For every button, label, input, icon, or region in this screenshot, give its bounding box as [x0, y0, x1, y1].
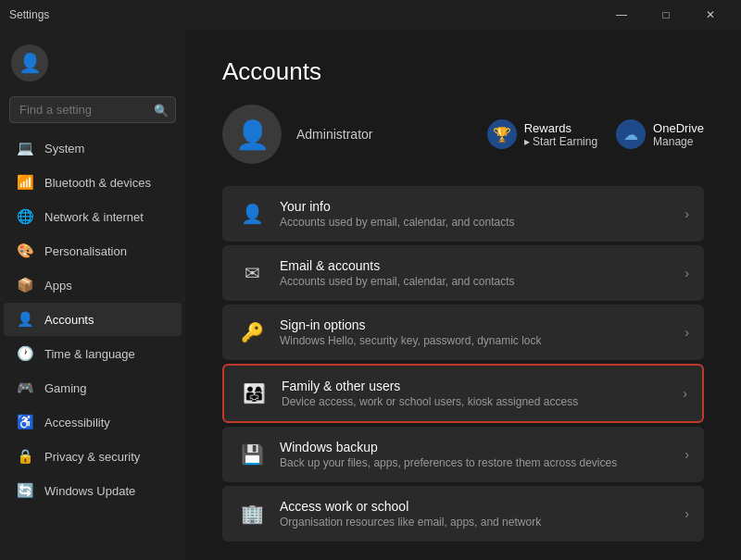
header-badges: 🏆 Rewards ▸ Start Earning ☁ OneDrive Man…	[487, 119, 704, 149]
onedrive-icon: ☁	[616, 119, 646, 149]
family-text: Family & other users Device access, work…	[282, 379, 670, 408]
avatar: 👤	[11, 44, 48, 81]
sidebar-item-accessibility[interactable]: ♿ Accessibility	[4, 405, 182, 439]
family-icon: 👨‍👩‍👧	[239, 379, 269, 408]
sidebar-item-network[interactable]: 🌐 Network & internet	[4, 200, 182, 233]
sidebar-item-privacy[interactable]: 🔒 Privacy & security	[4, 440, 182, 473]
sidebar-label-privacy: Privacy & security	[44, 450, 140, 464]
apps-icon: 📦	[17, 277, 33, 293]
email-accounts-icon: ✉	[237, 258, 267, 288]
rewards-subtitle: ▸ Start Earning	[524, 135, 597, 148]
sidebar-avatar: 👤	[0, 30, 185, 96]
badge-rewards[interactable]: 🏆 Rewards ▸ Start Earning	[487, 119, 597, 149]
settings-item-email-accounts[interactable]: ✉ Email & accounts Accounts used by emai…	[222, 245, 704, 301]
minimize-button[interactable]: —	[600, 0, 643, 30]
privacy-icon: 🔒	[17, 448, 33, 465]
sidebar-label-update: Windows Update	[44, 484, 135, 498]
titlebar-title: Settings	[9, 8, 600, 21]
onedrive-text: OneDrive Manage	[653, 121, 704, 148]
sign-in-icon: 🔑	[237, 317, 267, 347]
work-school-text: Access work or school Organisation resou…	[280, 499, 672, 529]
work-school-chevron: ›	[684, 506, 689, 521]
your-info-text: Your info Accounts used by email, calend…	[280, 199, 672, 229]
accessibility-icon: ♿	[17, 414, 33, 430]
sidebar-label-personalisation: Personalisation	[44, 244, 127, 258]
bluetooth-icon: 📶	[17, 174, 33, 191]
sidebar-item-time[interactable]: 🕐 Time & language	[4, 337, 182, 370]
your-info-chevron: ›	[684, 206, 689, 221]
backup-subtitle: Back up your files, apps, preferences to…	[280, 456, 672, 469]
network-icon: 🌐	[17, 208, 33, 225]
search-box: 🔍	[9, 96, 176, 123]
email-accounts-title: Email & accounts	[280, 258, 672, 273]
family-chevron: ›	[683, 386, 687, 401]
sidebar-item-update[interactable]: 🔄 Windows Update	[4, 474, 182, 507]
sidebar-item-gaming[interactable]: 🎮 Gaming	[4, 371, 182, 404]
work-school-subtitle: Organisation resources like email, apps,…	[280, 516, 672, 529]
main-content: Accounts 👤 Administrator 🏆 Rewards ▸ Sta…	[185, 30, 741, 560]
user-name: Administrator	[296, 127, 372, 142]
your-info-icon: 👤	[237, 199, 267, 229]
personalisation-icon: 🎨	[17, 243, 33, 259]
family-subtitle: Device access, work or school users, kio…	[282, 395, 670, 408]
settings-item-backup[interactable]: 💾 Windows backup Back up your files, app…	[222, 427, 704, 482]
sidebar: 👤 🔍 💻 System 📶 Bluetooth & devices 🌐 Net…	[0, 30, 185, 560]
sidebar-label-apps: Apps	[44, 279, 72, 292]
your-info-subtitle: Accounts used by email, calendar, and co…	[280, 216, 672, 229]
backup-icon: 💾	[237, 440, 267, 469]
rewards-icon: 🏆	[487, 119, 517, 149]
accounts-icon: 👤	[17, 311, 33, 328]
avatar-icon: 👤	[19, 52, 42, 74]
sidebar-label-accessibility: Accessibility	[44, 416, 110, 429]
maximize-button[interactable]: □	[645, 0, 687, 30]
sidebar-label-bluetooth: Bluetooth & devices	[44, 176, 151, 190]
backup-text: Windows backup Back up your files, apps,…	[280, 440, 672, 469]
badge-onedrive[interactable]: ☁ OneDrive Manage	[616, 119, 704, 149]
sign-in-title: Sign-in options	[280, 317, 672, 332]
sidebar-label-system: System	[44, 142, 84, 156]
settings-item-sign-in[interactable]: 🔑 Sign-in options Windows Hello, securit…	[222, 305, 704, 360]
titlebar-controls: — □ ✕	[600, 0, 732, 30]
family-title: Family & other users	[282, 379, 670, 393]
sign-in-chevron: ›	[684, 325, 689, 340]
settings-item-your-info[interactable]: 👤 Your info Accounts used by email, cale…	[222, 186, 704, 242]
time-icon: 🕐	[17, 345, 33, 362]
sign-in-text: Sign-in options Windows Hello, security …	[280, 317, 672, 347]
your-info-title: Your info	[280, 199, 672, 214]
sign-in-subtitle: Windows Hello, security key, password, d…	[280, 334, 672, 347]
onedrive-subtitle: Manage	[653, 135, 704, 148]
email-accounts-text: Email & accounts Accounts used by email,…	[280, 258, 672, 288]
rewards-text: Rewards ▸ Start Earning	[524, 121, 597, 148]
sidebar-item-apps[interactable]: 📦 Apps	[4, 268, 182, 302]
sidebar-item-personalisation[interactable]: 🎨 Personalisation	[4, 234, 182, 268]
user-header-left: 👤 Administrator	[222, 105, 372, 164]
titlebar: Settings — □ ✕	[0, 0, 741, 30]
user-avatar: 👤	[222, 105, 282, 164]
rewards-title: Rewards	[524, 121, 597, 135]
onedrive-title: OneDrive	[653, 121, 704, 135]
sidebar-label-gaming: Gaming	[44, 381, 87, 395]
settings-list: 👤 Your info Accounts used by email, cale…	[222, 186, 704, 541]
sidebar-label-network: Network & internet	[44, 210, 144, 224]
search-input[interactable]	[9, 96, 176, 123]
sidebar-label-accounts: Accounts	[44, 313, 94, 327]
settings-item-work-school[interactable]: 🏢 Access work or school Organisation res…	[222, 486, 704, 541]
settings-item-family[interactable]: 👨‍👩‍👧 Family & other users Device access…	[222, 364, 704, 423]
user-avatar-icon: 👤	[235, 118, 270, 151]
sidebar-item-system[interactable]: 💻 System	[4, 131, 182, 165]
page-title: Accounts	[222, 57, 704, 86]
close-button[interactable]: ✕	[689, 0, 732, 30]
sidebar-item-bluetooth[interactable]: 📶 Bluetooth & devices	[4, 166, 182, 199]
sidebar-nav: 💻 System 📶 Bluetooth & devices 🌐 Network…	[0, 131, 185, 560]
user-header: 👤 Administrator 🏆 Rewards ▸ Start Earnin…	[222, 105, 704, 164]
work-school-icon: 🏢	[237, 499, 267, 529]
system-icon: 💻	[17, 140, 33, 156]
app-container: 👤 🔍 💻 System 📶 Bluetooth & devices 🌐 Net…	[0, 30, 741, 560]
sidebar-item-accounts[interactable]: 👤 Accounts	[4, 303, 182, 336]
backup-title: Windows backup	[280, 440, 672, 454]
email-accounts-chevron: ›	[684, 266, 689, 280]
update-icon: 🔄	[17, 482, 33, 499]
search-icon: 🔍	[154, 103, 169, 117]
work-school-title: Access work or school	[280, 499, 672, 514]
email-accounts-subtitle: Accounts used by email, calendar, and co…	[280, 275, 672, 288]
